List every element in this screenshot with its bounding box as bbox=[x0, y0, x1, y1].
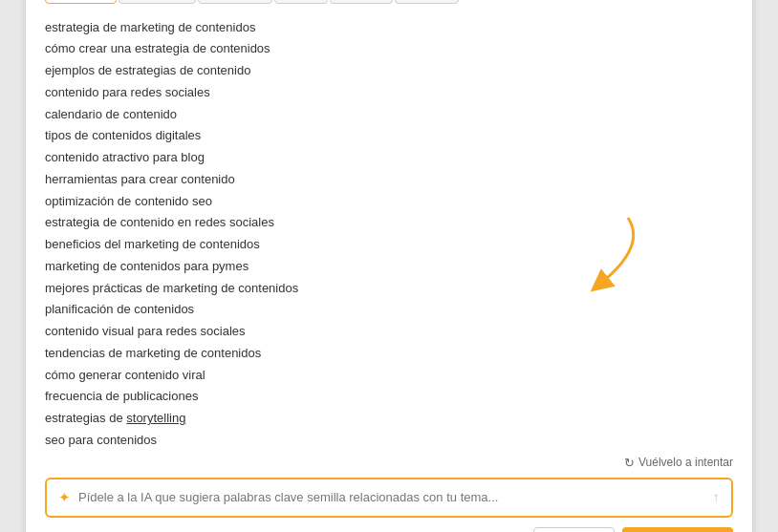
tab-bing[interactable]: Bing bbox=[274, 0, 328, 4]
list-item: contenido visual para redes sociales bbox=[45, 321, 733, 343]
list-item: frecuencia de publicaciones bbox=[45, 386, 733, 408]
ai-sparkle-icon: ✦ bbox=[58, 489, 71, 506]
ai-send-button[interactable]: ↑ bbox=[712, 489, 720, 506]
arrow-indicator bbox=[542, 208, 657, 294]
right-controls: 🇪🇸 Spain ▼ 🔍 Búsqueda bbox=[533, 527, 733, 533]
list-item: estrategia de marketing de contenidos bbox=[45, 17, 733, 39]
send-icon: ↑ bbox=[712, 489, 720, 506]
tab-amazon[interactable]: Amazon bbox=[198, 0, 272, 4]
keyword-underlined: storytelling bbox=[126, 411, 185, 425]
keyword-text: estrategias de bbox=[45, 411, 126, 425]
retry-label[interactable]: Vuélvelo a intentar bbox=[638, 456, 733, 469]
list-item: cómo generar contenido viral bbox=[45, 365, 733, 387]
ai-input-area: ✦ ↑ bbox=[45, 478, 733, 518]
arrow-svg bbox=[542, 208, 657, 294]
bottom-row: 📄 CSV o TXT 🇪🇸 Spain ▼ 🔍 Búsqueda bbox=[45, 527, 733, 533]
list-item: estrategias de storytelling bbox=[45, 408, 733, 430]
tab-youtube[interactable]: YouTube bbox=[119, 0, 196, 4]
list-item: tipos de contenidos digitales bbox=[45, 125, 733, 147]
tabs-bar: Google YouTube Amazon Bing Yahoo Más ▼ bbox=[45, 0, 733, 4]
tab-yahoo[interactable]: Yahoo bbox=[330, 0, 394, 4]
list-item: planificación de contenidos bbox=[45, 299, 733, 321]
main-container: Google YouTube Amazon Bing Yahoo Más ▼ e… bbox=[26, 0, 752, 532]
list-item: ejemplos de estrategias de contenido bbox=[45, 60, 733, 82]
list-item: herramientas para crear contenido bbox=[45, 169, 733, 191]
tab-google[interactable]: Google bbox=[45, 0, 117, 4]
list-item: contenido atractivo para blog bbox=[45, 147, 733, 169]
list-item: cómo crear una estrategia de contenidos bbox=[45, 38, 733, 60]
tab-more[interactable]: Más ▼ bbox=[395, 0, 458, 4]
ai-prompt-input[interactable] bbox=[78, 490, 704, 504]
search-button[interactable]: 🔍 Búsqueda bbox=[622, 527, 733, 533]
keywords-area: estrategia de marketing de contenidos có… bbox=[45, 17, 733, 452]
list-item: calendario de contenido bbox=[45, 104, 733, 126]
refresh-icon: ↻ bbox=[624, 456, 635, 470]
list-item: contenido para redes sociales bbox=[45, 82, 733, 104]
retry-row: ↻ Vuélvelo a intentar bbox=[45, 456, 733, 470]
list-item: tendencias de marketing de contenidos bbox=[45, 343, 733, 365]
country-selector[interactable]: 🇪🇸 Spain ▼ bbox=[533, 527, 616, 532]
list-item: seo para contenidos bbox=[45, 430, 733, 452]
